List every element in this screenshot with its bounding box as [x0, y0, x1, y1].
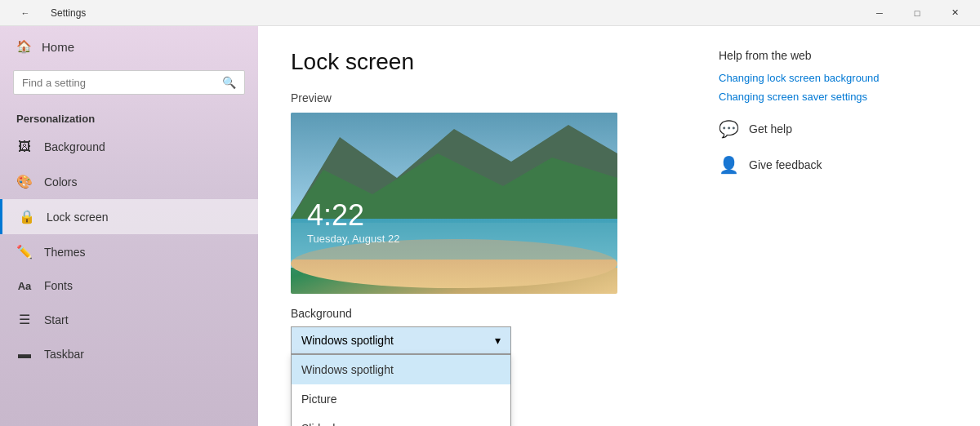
app-title: Settings: [51, 7, 86, 19]
minimize-button[interactable]: ─: [861, 0, 898, 26]
maximize-icon: □: [915, 8, 920, 18]
minimize-icon: ─: [876, 8, 883, 18]
titlebar-left: ← Settings: [7, 0, 86, 26]
sidebar-item-background[interactable]: 🖼 Background: [0, 130, 258, 164]
dropdown-option-picture[interactable]: Picture: [292, 384, 510, 414]
sidebar-item-label-start: Start: [44, 313, 69, 326]
sidebar-item-label-taskbar: Taskbar: [44, 348, 84, 361]
sidebar-home[interactable]: 🏠 Home: [0, 26, 258, 67]
colors-icon: 🎨: [16, 174, 33, 189]
get-help-action[interactable]: 💬 Get help: [719, 119, 947, 139]
lock-screen-time-display: 4:22 Tuesday, August 22: [307, 198, 399, 245]
sidebar-item-taskbar[interactable]: ▬ Taskbar: [0, 337, 258, 371]
dropdown-option-windows-spotlight[interactable]: Windows spotlight: [292, 355, 510, 384]
sidebar-home-label: Home: [42, 40, 74, 54]
sidebar-item-label-background: Background: [44, 140, 105, 153]
app-body: 🏠 Home 🔍 Personalization 🖼 Background 🎨 …: [0, 26, 980, 426]
help-link-screensaver[interactable]: Changing screen saver settings: [719, 91, 947, 103]
dropdown-option-slideshow[interactable]: Slideshow: [292, 414, 510, 426]
get-help-icon: 💬: [719, 119, 739, 139]
chevron-down-icon: ▾: [495, 334, 501, 347]
titlebar: ← Settings ─ □ ✕: [0, 0, 980, 26]
back-icon: ←: [21, 8, 30, 18]
search-input[interactable]: [14, 72, 214, 94]
give-feedback-icon: 👤: [719, 155, 739, 175]
sidebar-item-label-lock-screen: Lock screen: [47, 211, 108, 224]
sidebar-item-themes[interactable]: ✏️ Themes: [0, 234, 258, 269]
window-controls: ─ □ ✕: [861, 0, 973, 26]
dropdown-selected-label: Windows spotlight: [301, 334, 394, 347]
help-panel: Help from the web Changing lock screen b…: [719, 49, 947, 403]
page-title: Lock screen: [291, 49, 686, 75]
fonts-icon: Aa: [16, 280, 33, 292]
background-dropdown-label: Background: [291, 307, 686, 320]
themes-icon: ✏️: [16, 244, 33, 260]
help-title: Help from the web: [719, 49, 947, 62]
sidebar-item-label-fonts: Fonts: [44, 279, 73, 292]
taskbar-icon: ▬: [16, 347, 33, 362]
sidebar-section-title: Personalization: [0, 104, 258, 130]
get-help-label: Get help: [749, 122, 792, 135]
close-icon: ✕: [951, 7, 959, 18]
maximize-button[interactable]: □: [898, 0, 936, 26]
sidebar-item-lock-screen[interactable]: 🔒 Lock screen: [0, 199, 258, 234]
search-icon: 🔍: [214, 71, 244, 94]
background-dropdown-selected[interactable]: Windows spotlight ▾: [291, 326, 511, 354]
content-area: Lock screen Preview: [258, 26, 980, 426]
lock-screen-time: 4:22: [307, 198, 399, 233]
close-button[interactable]: ✕: [936, 0, 973, 26]
give-feedback-action[interactable]: 👤 Give feedback: [719, 155, 947, 175]
back-button[interactable]: ←: [7, 0, 44, 26]
sidebar-item-label-colors: Colors: [44, 175, 77, 189]
sidebar: 🏠 Home 🔍 Personalization 🖼 Background 🎨 …: [0, 26, 258, 426]
content-main: Lock screen Preview: [291, 49, 686, 403]
sidebar-search-container: 🔍: [13, 70, 245, 95]
background-section: Background Windows spotlight ▾ Windows s…: [291, 307, 686, 374]
home-icon: 🏠: [16, 39, 32, 54]
sidebar-item-start[interactable]: ☰ Start: [0, 302, 258, 337]
lock-screen-date: Tuesday, August 22: [307, 233, 399, 245]
sidebar-item-fonts[interactable]: Aa Fonts: [0, 269, 258, 302]
give-feedback-label: Give feedback: [749, 158, 822, 171]
preview-label: Preview: [291, 91, 686, 104]
sidebar-item-colors[interactable]: 🎨 Colors: [0, 164, 258, 199]
background-icon: 🖼: [16, 140, 33, 154]
sidebar-item-label-themes: Themes: [44, 246, 86, 259]
background-dropdown-menu: Windows spotlight Picture Slideshow: [291, 354, 511, 426]
background-dropdown-container: Windows spotlight ▾ Windows spotlight Pi…: [291, 326, 511, 354]
start-icon: ☰: [16, 312, 33, 327]
lock-screen-icon: 🔒: [19, 209, 35, 224]
lock-screen-preview: 4:22 Tuesday, August 22: [291, 113, 617, 294]
help-link-lock-bg[interactable]: Changing lock screen background: [719, 72, 947, 84]
